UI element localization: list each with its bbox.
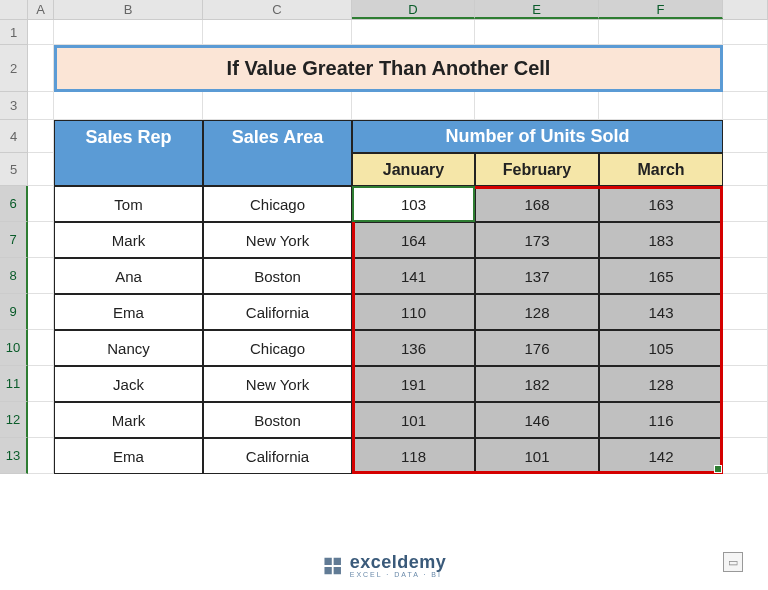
table-cell-feb[interactable]: 173 bbox=[475, 222, 599, 258]
cell[interactable] bbox=[28, 402, 54, 438]
cell[interactable] bbox=[723, 45, 768, 92]
table-cell-mar[interactable]: 105 bbox=[599, 330, 723, 366]
cell[interactable] bbox=[599, 92, 723, 120]
col-header-C[interactable]: C bbox=[203, 0, 352, 19]
col-header-A[interactable]: A bbox=[28, 0, 54, 19]
table-cell-mar[interactable]: 116 bbox=[599, 402, 723, 438]
table-header-month-mar[interactable]: March bbox=[599, 153, 723, 186]
table-cell-area[interactable]: Boston bbox=[203, 402, 352, 438]
row-header-4[interactable]: 4 bbox=[0, 120, 28, 153]
table-cell-mar[interactable]: 163 bbox=[599, 186, 723, 222]
table-header-area[interactable]: Sales Area bbox=[203, 120, 352, 153]
col-header-F[interactable]: F bbox=[599, 0, 723, 19]
cell[interactable] bbox=[723, 120, 768, 153]
col-header-B[interactable]: B bbox=[54, 0, 203, 19]
table-cell-area[interactable]: California bbox=[203, 438, 352, 474]
table-cell-feb[interactable]: 137 bbox=[475, 258, 599, 294]
table-header-area-cont[interactable] bbox=[203, 153, 352, 186]
cell[interactable] bbox=[54, 92, 203, 120]
cell[interactable] bbox=[28, 120, 54, 153]
table-cell-feb[interactable]: 101 bbox=[475, 438, 599, 474]
table-cell-jan[interactable]: 118 bbox=[352, 438, 475, 474]
row-header-10[interactable]: 10 bbox=[0, 330, 28, 366]
cell[interactable] bbox=[28, 222, 54, 258]
table-cell-rep[interactable]: Ana bbox=[54, 258, 203, 294]
row-header-2[interactable]: 2 bbox=[0, 45, 28, 92]
col-header-D[interactable]: D bbox=[352, 0, 475, 19]
cell[interactable] bbox=[723, 222, 768, 258]
table-cell-jan[interactable]: 141 bbox=[352, 258, 475, 294]
table-header-month-feb[interactable]: February bbox=[475, 153, 599, 186]
col-header-E[interactable]: E bbox=[475, 0, 599, 19]
display-settings-icon[interactable]: ▭ bbox=[723, 552, 743, 572]
table-cell-jan[interactable]: 136 bbox=[352, 330, 475, 366]
table-cell-feb[interactable]: 168 bbox=[475, 186, 599, 222]
table-cell-jan[interactable]: 101 bbox=[352, 402, 475, 438]
table-cell-mar[interactable]: 165 bbox=[599, 258, 723, 294]
table-cell-mar[interactable]: 183 bbox=[599, 222, 723, 258]
table-cell-rep[interactable]: Mark bbox=[54, 402, 203, 438]
cell[interactable] bbox=[723, 294, 768, 330]
cell[interactable] bbox=[54, 20, 203, 45]
cell[interactable] bbox=[475, 92, 599, 120]
cell[interactable] bbox=[28, 366, 54, 402]
cell[interactable] bbox=[723, 330, 768, 366]
row-header-9[interactable]: 9 bbox=[0, 294, 28, 330]
table-cell-rep[interactable]: Nancy bbox=[54, 330, 203, 366]
table-header-units[interactable]: Number of Units Sold bbox=[352, 120, 723, 153]
row-header-12[interactable]: 12 bbox=[0, 402, 28, 438]
table-cell-rep[interactable]: Tom bbox=[54, 186, 203, 222]
cell[interactable] bbox=[723, 438, 768, 474]
cell[interactable] bbox=[28, 186, 54, 222]
table-header-month-jan[interactable]: January bbox=[352, 153, 475, 186]
table-cell-area[interactable]: Chicago bbox=[203, 330, 352, 366]
row-header-13[interactable]: 13 bbox=[0, 438, 28, 474]
row-header-1[interactable]: 1 bbox=[0, 20, 28, 45]
table-cell-rep[interactable]: Ema bbox=[54, 294, 203, 330]
cell[interactable] bbox=[352, 20, 475, 45]
cell[interactable] bbox=[203, 20, 352, 45]
table-cell-rep[interactable]: Ema bbox=[54, 438, 203, 474]
table-cell-jan[interactable]: 164 bbox=[352, 222, 475, 258]
table-cell-jan[interactable]: 110 bbox=[352, 294, 475, 330]
table-header-rep-cont[interactable] bbox=[54, 153, 203, 186]
cell[interactable] bbox=[723, 153, 768, 186]
select-all-corner[interactable] bbox=[0, 0, 28, 20]
cell[interactable] bbox=[28, 92, 54, 120]
table-cell-area[interactable]: Boston bbox=[203, 258, 352, 294]
table-cell-area[interactable]: New York bbox=[203, 366, 352, 402]
page-title[interactable]: If Value Greater Than Another Cell bbox=[54, 45, 723, 92]
row-header-7[interactable]: 7 bbox=[0, 222, 28, 258]
cell[interactable] bbox=[28, 330, 54, 366]
table-cell-feb[interactable]: 182 bbox=[475, 366, 599, 402]
table-cell-rep[interactable]: Mark bbox=[54, 222, 203, 258]
table-cell-rep[interactable]: Jack bbox=[54, 366, 203, 402]
cell[interactable] bbox=[352, 92, 475, 120]
row-header-3[interactable]: 3 bbox=[0, 92, 28, 120]
table-cell-mar[interactable]: 143 bbox=[599, 294, 723, 330]
cell[interactable] bbox=[723, 366, 768, 402]
cell[interactable] bbox=[723, 258, 768, 294]
table-cell-area[interactable]: California bbox=[203, 294, 352, 330]
cell[interactable] bbox=[203, 92, 352, 120]
row-header-5[interactable]: 5 bbox=[0, 153, 28, 186]
row-header-6[interactable]: 6 bbox=[0, 186, 28, 222]
table-cell-area[interactable]: New York bbox=[203, 222, 352, 258]
table-cell-area[interactable]: Chicago bbox=[203, 186, 352, 222]
cell[interactable] bbox=[599, 20, 723, 45]
cell[interactable] bbox=[723, 402, 768, 438]
cell[interactable] bbox=[723, 186, 768, 222]
cell[interactable] bbox=[28, 45, 54, 92]
table-cell-feb[interactable]: 146 bbox=[475, 402, 599, 438]
row-header-11[interactable]: 11 bbox=[0, 366, 28, 402]
row-header-8[interactable]: 8 bbox=[0, 258, 28, 294]
cell[interactable] bbox=[28, 258, 54, 294]
table-cell-jan[interactable]: 103 bbox=[352, 186, 475, 222]
table-header-rep[interactable]: Sales Rep bbox=[54, 120, 203, 153]
table-cell-mar[interactable]: 142 bbox=[599, 438, 723, 474]
table-cell-feb[interactable]: 176 bbox=[475, 330, 599, 366]
table-cell-mar[interactable]: 128 bbox=[599, 366, 723, 402]
table-cell-feb[interactable]: 128 bbox=[475, 294, 599, 330]
cell[interactable] bbox=[28, 20, 54, 45]
cell[interactable] bbox=[723, 20, 768, 45]
